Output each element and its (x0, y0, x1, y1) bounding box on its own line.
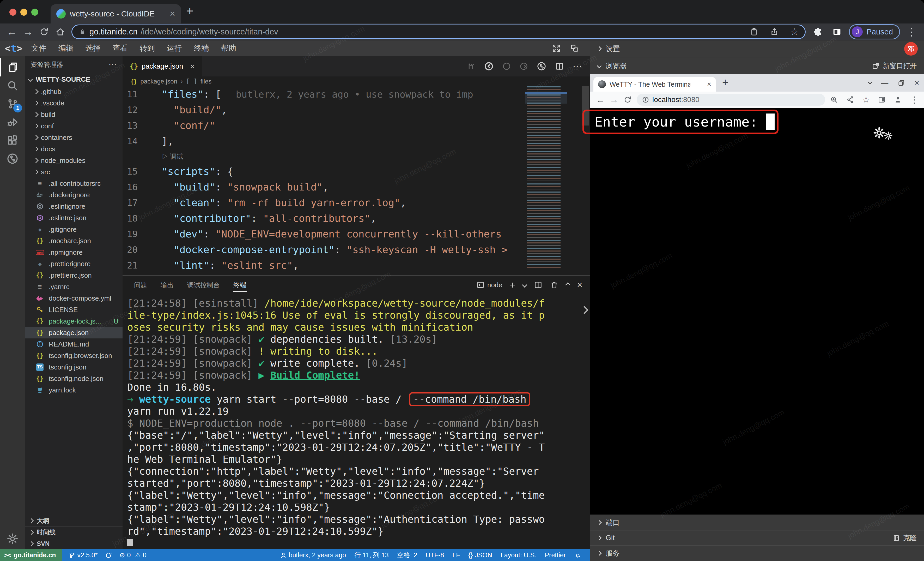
terminal-output[interactable]: [21:24:58] [esinstall] /home/ide/workspa… (123, 294, 590, 546)
new-terminal-icon[interactable]: + (510, 280, 516, 291)
explorer-item[interactable]: yarn.lock (25, 384, 123, 396)
split-terminal-icon[interactable] (534, 281, 543, 289)
panel-tab[interactable]: 问题 (127, 276, 154, 294)
explorer-item[interactable]: src (25, 166, 123, 178)
branch-indicator[interactable]: v2.5.0* (69, 551, 98, 559)
explorer-root-folder[interactable]: WETTY-SOURCE (25, 73, 123, 86)
explorer-item[interactable]: {}tsconfig.node.json (25, 373, 123, 384)
explorer-item[interactable]: .dockerignore (25, 189, 123, 201)
panel-tab[interactable]: 调试控制台 (180, 276, 226, 294)
forward-button[interactable]: → (20, 26, 36, 38)
explorer-item[interactable]: LICENSE (25, 304, 123, 316)
codelens-debug[interactable]: ▷ 调试 (123, 149, 525, 164)
home-button[interactable] (52, 27, 68, 37)
webview-url-bar[interactable]: localhost:8080 (637, 94, 825, 106)
webview-close-icon[interactable]: × (914, 78, 919, 88)
explorer-item[interactable]: ◆.prettierignore (25, 258, 123, 269)
section-services[interactable]: 服务 (590, 545, 924, 561)
editor-more-icon[interactable]: ⋯ (573, 61, 582, 72)
maximize-panel-icon[interactable] (565, 282, 570, 287)
sidebar-section[interactable]: 时间线 (25, 526, 123, 538)
section-git[interactable]: Git 克隆 (590, 530, 924, 545)
kill-terminal-icon[interactable] (550, 281, 559, 289)
minimap[interactable] (527, 86, 572, 269)
explorer-item[interactable]: containers (25, 132, 123, 143)
explorer-item[interactable]: TStsconfig.json (25, 361, 123, 373)
explorer-item[interactable]: README.md (25, 338, 123, 350)
activity-explorer[interactable] (0, 58, 25, 77)
section-settings[interactable]: 设置 邓 (590, 41, 924, 57)
language-mode[interactable]: {}JSON (468, 551, 492, 559)
menu-item[interactable]: 终端 (188, 43, 215, 54)
explorer-item[interactable]: {}tsconfig.browser.json (25, 350, 123, 361)
sync-button[interactable] (105, 552, 112, 559)
share-icon[interactable] (770, 27, 779, 36)
editor-tab-package-json[interactable]: {} package.json × (123, 56, 202, 77)
explorer-item[interactable]: conf (25, 120, 123, 132)
panel-tab[interactable]: 终端 (226, 276, 253, 294)
nav-back-icon[interactable] (484, 61, 494, 71)
webview-forward-button[interactable]: → (608, 95, 621, 105)
problems-indicator[interactable]: ⊘0 ⚠0 (119, 551, 146, 559)
explorer-more-icon[interactable]: ⋯ (108, 60, 117, 69)
explorer-item[interactable]: {}package.json (25, 327, 123, 338)
menu-item[interactable]: 查看 (106, 43, 134, 54)
wetty-settings-gears-icon[interactable] (872, 126, 893, 141)
explorer-item[interactable]: .vscode (25, 97, 123, 109)
split-editor-icon[interactable] (555, 62, 564, 71)
side-panel-icon[interactable] (878, 95, 886, 104)
nav-circle-icon[interactable] (502, 62, 511, 71)
eol[interactable]: LF (452, 551, 460, 559)
activity-extensions[interactable] (0, 131, 25, 149)
menu-item[interactable]: 帮助 (215, 43, 242, 54)
menu-item[interactable]: 文件 (25, 43, 52, 54)
webview-reload-button[interactable] (621, 95, 634, 104)
explorer-item[interactable]: ≡.yarnrc (25, 281, 123, 292)
zoom-icon[interactable] (830, 95, 838, 104)
explorer-item[interactable]: docs (25, 143, 123, 155)
reload-button[interactable] (36, 27, 52, 37)
zoom-window-button[interactable] (31, 9, 38, 16)
git-clone-button[interactable]: 克隆 (893, 533, 917, 543)
layout-icon[interactable] (570, 44, 579, 53)
minimize-window-button[interactable] (20, 9, 27, 16)
manage-gear-icon[interactable] (0, 532, 25, 545)
explorer-item[interactable]: ≡.all-contributorsrc (25, 178, 123, 189)
code-area[interactable]: 11 "files": [butlerx, 2 years ago • use … (123, 86, 525, 275)
keyboard-layout[interactable]: Layout: U.S. (501, 551, 537, 559)
activity-source-control[interactable]: 1 (0, 95, 25, 113)
fullscreen-icon[interactable] (552, 44, 561, 53)
explorer-item[interactable]: ◆.gitignore (25, 224, 123, 235)
activity-svn[interactable] (0, 149, 25, 168)
cursor-position[interactable]: 行 11, 列 13 (354, 551, 389, 559)
sidebar-section[interactable]: 大纲 (25, 515, 123, 526)
activity-search[interactable] (0, 77, 25, 95)
webview-chevron-down-icon[interactable] (868, 80, 872, 84)
terminal-process-select[interactable]: node (476, 281, 502, 289)
panel-tab[interactable]: 输出 (154, 276, 180, 294)
profile-button[interactable]: J Paused (849, 24, 900, 39)
pull-request-icon[interactable] (466, 62, 476, 71)
close-window-button[interactable] (9, 9, 16, 16)
section-browser[interactable]: 浏览器 新窗口打开 (590, 57, 924, 74)
explorer-item[interactable]: .eslintrc.json (25, 212, 123, 224)
explorer-item[interactable]: npm.npmignore (25, 247, 123, 258)
blame-indicator[interactable]: butlerx, 2 years ago (280, 551, 346, 559)
browser-tab[interactable]: wetty-source - CloudIDE × (51, 4, 181, 24)
menu-item[interactable]: 运行 (161, 43, 188, 54)
profile-icon[interactable] (894, 95, 902, 104)
webview-minimize-icon[interactable]: — (881, 79, 888, 87)
account-avatar[interactable]: 邓 (904, 42, 918, 56)
menu-item[interactable]: 选择 (80, 43, 106, 54)
nav-forward-icon[interactable] (519, 62, 528, 71)
bookmark-star-icon[interactable]: ☆ (790, 26, 799, 37)
webview-menu-icon[interactable]: ⋮ (910, 95, 919, 105)
new-tab-button[interactable]: + (186, 4, 194, 18)
back-button[interactable]: ← (4, 26, 19, 38)
side-panel-icon[interactable] (832, 27, 842, 37)
menu-item[interactable]: 转到 (134, 43, 161, 54)
webview-tab[interactable]: WeTTY - The Web Terminal × (593, 77, 716, 92)
timeline-branch-icon[interactable] (537, 61, 546, 71)
indentation[interactable]: 空格: 2 (397, 551, 417, 559)
activity-run-debug[interactable] (0, 113, 25, 131)
